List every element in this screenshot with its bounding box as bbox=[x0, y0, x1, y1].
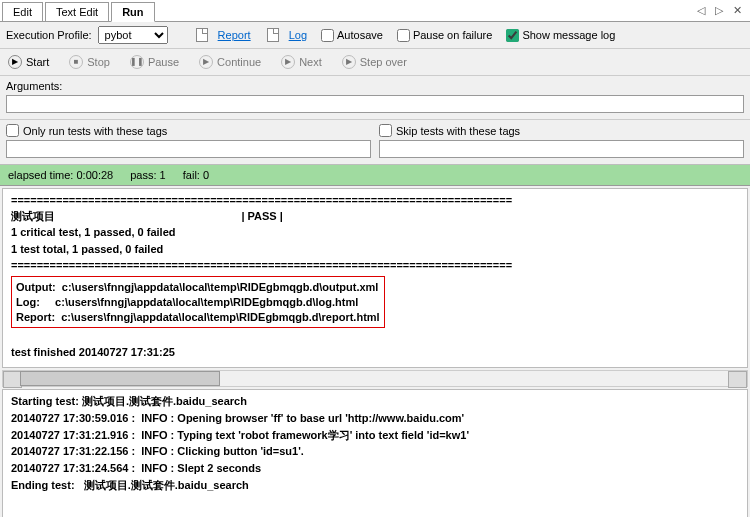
elapsed-time: elapsed time: 0:00:28 bbox=[8, 169, 113, 181]
only-tags-input[interactable] bbox=[6, 140, 371, 158]
next-icon: ▶ bbox=[281, 55, 295, 69]
tab-edit[interactable]: Edit bbox=[2, 2, 43, 21]
console-scrollbar[interactable] bbox=[2, 370, 748, 387]
next-button[interactable]: ▶Next bbox=[279, 53, 324, 71]
pause-icon: ❚❚ bbox=[130, 55, 144, 69]
skip-tags-checkbox[interactable]: Skip tests with these tags bbox=[379, 124, 744, 137]
arguments-section: Arguments: bbox=[0, 76, 750, 120]
report-link[interactable]: Report bbox=[218, 29, 251, 41]
toolbar-run: ▶Start ■Stop ❚❚Pause ▶Continue ▶Next ▶St… bbox=[0, 49, 750, 76]
console-output: ========================================… bbox=[2, 188, 748, 368]
skip-tags-input[interactable] bbox=[379, 140, 744, 158]
tab-next-icon[interactable]: ▷ bbox=[711, 2, 727, 19]
stop-icon: ■ bbox=[69, 55, 83, 69]
stepover-button[interactable]: ▶Step over bbox=[340, 53, 409, 71]
stop-button[interactable]: ■Stop bbox=[67, 53, 112, 71]
continue-button[interactable]: ▶Continue bbox=[197, 53, 263, 71]
stepover-icon: ▶ bbox=[342, 55, 356, 69]
pass-count: pass: 1 bbox=[130, 169, 165, 181]
pause-on-failure-checkbox[interactable]: Pause on failure bbox=[397, 29, 493, 42]
tab-bar: Edit Text Edit Run ◁ ▷ ✕ bbox=[0, 0, 750, 22]
execution-profile-select[interactable]: pybot bbox=[98, 26, 168, 44]
tab-prev-icon[interactable]: ◁ bbox=[693, 2, 709, 19]
continue-icon: ▶ bbox=[199, 55, 213, 69]
autosave-checkbox[interactable]: Autosave bbox=[321, 29, 383, 42]
start-button[interactable]: ▶Start bbox=[6, 53, 51, 71]
arguments-label: Arguments: bbox=[6, 80, 744, 92]
log-link[interactable]: Log bbox=[289, 29, 307, 41]
message-log: Starting test: 测试项目.测试套件.baidu_search 20… bbox=[2, 389, 748, 517]
tab-run[interactable]: Run bbox=[111, 2, 154, 22]
fail-count: fail: 0 bbox=[183, 169, 209, 181]
only-tags-checkbox[interactable]: Only run tests with these tags bbox=[6, 124, 371, 137]
tags-section: Only run tests with these tags Skip test… bbox=[0, 120, 750, 165]
status-bar: elapsed time: 0:00:28 pass: 1 fail: 0 bbox=[0, 165, 750, 186]
tab-close-icon[interactable]: ✕ bbox=[729, 2, 746, 19]
tab-nav: ◁ ▷ ✕ bbox=[693, 2, 746, 19]
play-icon: ▶ bbox=[8, 55, 22, 69]
report-icon bbox=[196, 28, 208, 42]
log-icon bbox=[267, 28, 279, 42]
tab-text-edit[interactable]: Text Edit bbox=[45, 2, 109, 21]
pause-button[interactable]: ❚❚Pause bbox=[128, 53, 181, 71]
execution-profile-label: Execution Profile: bbox=[6, 29, 92, 41]
show-message-log-checkbox[interactable]: Show message log bbox=[506, 29, 615, 42]
arguments-input[interactable] bbox=[6, 95, 744, 113]
toolbar-top: Execution Profile: pybot Report Log Auto… bbox=[0, 22, 750, 49]
